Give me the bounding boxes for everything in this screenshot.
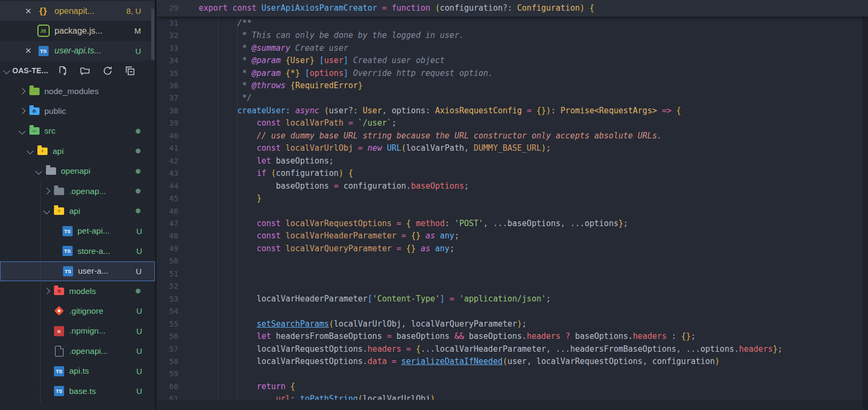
close-icon[interactable]: ✕ [21, 6, 35, 16]
explorer-section-header[interactable]: OAS-TE... [0, 60, 155, 81]
code-line-35[interactable]: 35 * @param {*} [options] Override http … [157, 67, 868, 79]
npm-icon: n [54, 326, 64, 336]
refresh-icon[interactable] [100, 64, 114, 78]
code-line-41[interactable]: 41 const localVarUrlObj = new URL(localV… [157, 142, 868, 154]
code-line-56[interactable]: 56 let headersFromBaseOptions = baseOpti… [157, 330, 868, 342]
editor-scrollbar-track[interactable] [863, 17, 868, 410]
code-text: if (configuration) { [185, 168, 353, 178]
tree-item-store-a...[interactable]: TSstore-a...U [0, 241, 155, 261]
editor-bottom-edge [157, 400, 868, 410]
collapse-all-icon[interactable] [123, 64, 137, 78]
code-line-31[interactable]: 31 /** [157, 17, 868, 29]
tree-item-public[interactable]: ◍public [0, 101, 155, 121]
code-line-38[interactable]: 38 createUser: async (user?: User, optio… [157, 104, 868, 117]
line-number: 51 [157, 269, 185, 278]
tree-icon-slot [53, 307, 66, 314]
tree-item-.openap...[interactable]: .openap... [0, 181, 155, 201]
code-text: } [185, 194, 261, 203]
line-number: 48 [157, 231, 185, 240]
code-text: let headersFromBaseOptions = baseOptions… [185, 331, 695, 341]
tree-icon-slot: n [53, 326, 66, 336]
close-icon[interactable]: ✕ [21, 46, 35, 56]
code-text: localVarRequestOptions.data = serializeD… [185, 357, 720, 366]
code-text: localVarRequestOptions.headers = {...loc… [185, 344, 783, 354]
tree-item-label: api [69, 206, 136, 216]
tree-item-api[interactable]: #api [0, 201, 155, 221]
tree-item-api[interactable]: #api [0, 141, 155, 161]
code-line-37[interactable]: 37 */ [157, 92, 868, 104]
line-number: 41 [157, 144, 185, 152]
tree-item-base.ts[interactable]: TSbase.tsU [0, 381, 155, 401]
code-line-45[interactable]: 45 } [157, 192, 868, 204]
code-text: setSearchParams(localVarUrlObj, localVar… [185, 319, 527, 329]
open-editor-item[interactable]: ✕TSuser-api.ts...U [0, 41, 155, 61]
code-line-40[interactable]: 40 // use dummy base URL string because … [157, 129, 868, 142]
tree-item-api.ts[interactable]: TSapi.tsU [0, 361, 155, 381]
open-editor-label: openapit... [54, 6, 126, 16]
code-line-44[interactable]: 44 baseOptions = configuration.baseOptio… [157, 180, 868, 192]
chevron-slot [16, 109, 28, 113]
tree-item-node-modules[interactable]: ◦node_modules [0, 81, 155, 101]
git-changes-dot [136, 129, 140, 134]
code-line-53[interactable]: 53 localVarHeaderParameter['Content-Type… [157, 292, 868, 305]
tree-item-models[interactable]: ≣models [0, 281, 155, 301]
code-line-54[interactable]: 54 [157, 305, 868, 317]
tree-item-label: .openap... [69, 187, 136, 196]
git-status-badge: U [136, 306, 142, 315]
chevron-slot [16, 129, 28, 134]
code-line-39[interactable]: 39 const localVarPath = `/user`; [157, 117, 868, 129]
code-line-51[interactable]: 51 [157, 267, 868, 280]
code-line-47[interactable]: 47 const localVarRequestOptions = { meth… [157, 217, 868, 229]
code-text: url: toPathString(localVarUrlObj), [185, 394, 440, 400]
tree-item-.gitignore[interactable]: .gitignoreU [0, 301, 155, 321]
code-line-32[interactable]: 32 * This can only be done by the logged… [157, 29, 868, 41]
folder-src-icon: </> [29, 127, 40, 135]
sticky-scroll-header[interactable]: 29export const UserApiAxiosParamCreator … [157, 0, 868, 17]
code-line-61[interactable]: 61 url: toPathString(localVarUrlObj), [157, 393, 868, 400]
git-changes-dot [136, 149, 140, 153]
code-editor[interactable]: 31 /**32 * This can only be done by the … [157, 0, 868, 410]
tree-item-label: node_modules [44, 87, 155, 96]
code-line-29[interactable]: 29export const UserApiAxiosParamCreator … [157, 2, 868, 14]
code-line-33[interactable]: 33 * @summary Create user [157, 42, 868, 54]
code-line-46[interactable]: 46 [157, 205, 868, 217]
code-line-48[interactable]: 48 const localVarHeaderParameter = {} as… [157, 230, 868, 242]
code-line-42[interactable]: 42 let baseOptions; [157, 154, 868, 167]
code-line-36[interactable]: 36 * @throws {RequiredError} [157, 79, 868, 91]
tree-item-pet-api...[interactable]: TSpet-api...U [0, 221, 155, 241]
code-line-59[interactable]: 59 [157, 368, 868, 380]
sidebar-scrollbar-thumb[interactable] [151, 9, 154, 60]
code-line-50[interactable]: 50 [157, 255, 868, 267]
tree-icon-slot: TS [61, 246, 74, 256]
code-line-60[interactable]: 60 return { [157, 380, 868, 392]
code-line-34[interactable]: 34 * @param {User} [user] Created user o… [157, 54, 868, 66]
line-number: 50 [157, 257, 185, 265]
project-section-label: OAS-TE... [12, 66, 48, 75]
tree-item-openapi[interactable]: openapi [0, 161, 155, 181]
tree-item-user-a...[interactable]: TSuser-a...U [0, 261, 155, 281]
tree-item-.npmign...[interactable]: n.npmign...U [0, 321, 155, 341]
code-line-55[interactable]: 55 setSearchParams(localVarUrlObj, local… [157, 318, 868, 330]
code-line-49[interactable]: 49 const localVarQueryParameter = {} as … [157, 242, 868, 254]
tree-icon-slot: # [53, 207, 66, 215]
code-text: let baseOptions; [185, 156, 334, 166]
open-editor-label: user-api.ts... [54, 46, 135, 56]
new-folder-icon[interactable] [78, 64, 92, 78]
git-status-badge: U [136, 327, 142, 336]
code-line-43[interactable]: 43 if (configuration) { [157, 167, 868, 179]
chevron-down-icon [43, 208, 50, 215]
git-status-badge: U [136, 267, 142, 276]
tree-icon-slot: ≣ [53, 288, 66, 295]
editor-lines: 31 /**32 * This can only be done by the … [157, 17, 868, 400]
git-icon [54, 306, 64, 316]
indent-guide [218, 17, 218, 400]
open-editor-item[interactable]: ✕JSpackage.js...M [0, 21, 155, 41]
code-line-57[interactable]: 57 localVarRequestOptions.headers = {...… [157, 343, 868, 355]
open-editor-item[interactable]: ✕{}openapit...8, U [0, 1, 155, 21]
tree-item-src[interactable]: </>src [0, 121, 155, 141]
code-line-58[interactable]: 58 localVarRequestOptions.data = seriali… [157, 355, 868, 367]
code-line-52[interactable]: 52 [157, 280, 868, 292]
tree-item-.openapi...[interactable]: .openapi...U [0, 341, 155, 361]
line-number: 61 [157, 394, 185, 400]
new-file-icon[interactable] [56, 64, 69, 78]
